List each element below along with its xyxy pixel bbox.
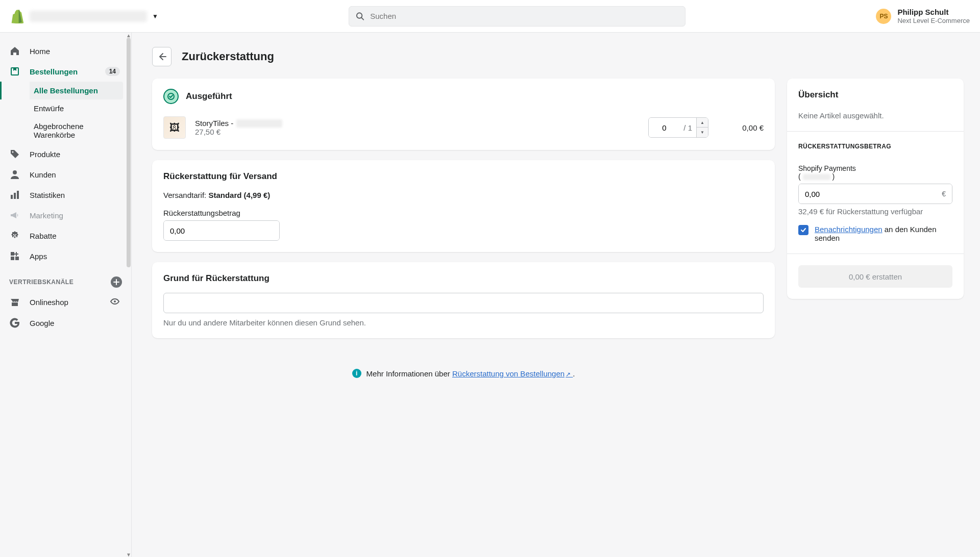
nav-home[interactable]: Home (0, 41, 131, 61)
discount-icon (9, 230, 20, 241)
refund-quantity-input[interactable] (649, 118, 679, 137)
megaphone-icon (9, 210, 20, 221)
refund-quantity: / 1 ▲ ▼ (648, 117, 708, 138)
svg-point-3 (12, 151, 14, 153)
currency-suffix: € (273, 221, 280, 240)
nav-analytics[interactable]: Statistiken (0, 185, 131, 205)
global-search[interactable] (349, 6, 685, 27)
nav-label: Home (30, 47, 50, 56)
home-icon (9, 45, 20, 57)
refund-amount-input[interactable] (799, 184, 936, 204)
nav-products[interactable]: Produkte (0, 144, 131, 164)
product-unit-price: 27,50 € (195, 128, 639, 136)
refund-submit-button[interactable]: 0,00 € erstatten (798, 265, 952, 288)
fulfilled-status-label: Ausgeführt (186, 91, 232, 102)
svg-line-1 (362, 17, 364, 19)
store-switcher[interactable]: ▼ (10, 9, 158, 23)
learn-more-link[interactable]: Rückerstattung von Bestellungen↗ (452, 369, 573, 378)
page-title: Zurückerstattung (182, 50, 274, 63)
learn-more-row: i Mehr Informationen über Rückerstattung… (152, 348, 775, 388)
refund-reason-card: Grund für Rückerstattung Nur du und ande… (152, 262, 775, 338)
reason-section-title: Grund für Rückerstattung (163, 273, 764, 284)
svg-point-4 (13, 170, 17, 174)
gateway-detail-redacted (803, 174, 830, 180)
sidebar: ▲ Home Bestellungen 14 Alle Bestellungen… (0, 33, 132, 557)
nav-marketing[interactable]: Marketing (0, 205, 131, 225)
svg-rect-13 (11, 257, 14, 260)
payment-gateway: Shopify Payments ( ) (798, 164, 952, 181)
svg-rect-6 (14, 193, 16, 199)
nav-label: Produkte (30, 150, 60, 159)
apps-icon (9, 250, 20, 262)
fulfilled-status-icon (163, 89, 179, 104)
analytics-icon (9, 189, 20, 200)
refund-amount-field: € (798, 184, 952, 204)
svg-rect-11 (11, 252, 14, 256)
svg-point-14 (114, 300, 116, 302)
nav-apps[interactable]: Apps (0, 246, 131, 266)
nav-label: Apps (30, 252, 47, 261)
qty-decrement-button[interactable]: ▼ (697, 128, 708, 137)
external-link-icon: ↗ (566, 371, 571, 378)
refund-quantity-max: / 1 (679, 118, 696, 137)
shipping-amount-field: € (163, 220, 280, 241)
notify-customer-checkbox[interactable] (798, 225, 808, 235)
nav-label: Onlineshop (30, 298, 68, 307)
topbar: ▼ PS Philipp Schult Next Level E-Commerc… (0, 0, 980, 33)
channels-header: VERTRIEBSKANÄLE (0, 266, 131, 292)
svg-rect-7 (17, 191, 19, 199)
nav-label: Statistiken (30, 191, 65, 199)
svg-point-9 (15, 236, 16, 237)
scroll-up-icon[interactable]: ▲ (126, 33, 131, 38)
svg-rect-12 (15, 257, 19, 260)
user-company: Next Level E-Commerce (897, 17, 970, 25)
shipping-section-title: Rückerstattung für Versand (163, 171, 764, 182)
nav-label: Rabatte (30, 232, 57, 240)
subnav-all-orders[interactable]: Alle Bestellungen (30, 82, 123, 99)
eye-icon[interactable] (110, 296, 120, 308)
subnav-abandoned[interactable]: Abgebrochene Warenkörbe (30, 117, 123, 144)
orders-icon (9, 66, 20, 77)
back-button[interactable] (152, 47, 172, 66)
line-item-total: 0,00 € (718, 123, 764, 132)
nav-orders[interactable]: Bestellungen 14 (0, 61, 131, 82)
svg-point-8 (13, 234, 14, 235)
main-content: Zurückerstattung Ausgeführt 🖼 (132, 33, 980, 557)
shipping-amount-input[interactable] (164, 221, 273, 240)
subnav-drafts[interactable]: Entwürfe (30, 99, 123, 117)
nav-label: Google (30, 319, 54, 327)
refund-reason-input[interactable] (163, 293, 764, 313)
summary-empty-text: Keine Artikel ausgewählt. (798, 111, 952, 120)
notifications-link[interactable]: Benachrichtigungen (815, 225, 883, 234)
qty-increment-button[interactable]: ▲ (697, 118, 708, 128)
nav-label: Kunden (30, 170, 56, 179)
channel-google[interactable]: Google (0, 313, 131, 333)
shipping-amount-label: Rückerstattungsbetrag (163, 209, 764, 217)
product-name: StoryTiles - (195, 119, 639, 128)
add-channel-button[interactable] (111, 276, 122, 288)
nav-customers[interactable]: Kunden (0, 164, 131, 185)
summary-title: Übersicht (798, 90, 952, 100)
store-name-redacted (30, 11, 147, 22)
nav-discounts[interactable]: Rabatte (0, 225, 131, 246)
channel-onlinestore[interactable]: Onlineshop (0, 292, 131, 313)
product-thumbnail: 🖼 (163, 116, 186, 139)
avatar: PS (876, 9, 891, 24)
fulfilled-card: Ausgeführt 🖼 StoryTiles - 27,50 € (152, 79, 775, 150)
person-icon (9, 169, 20, 180)
svg-rect-5 (11, 195, 13, 199)
shipping-rate-info: Versandtarif: Standard (4,99 €) (163, 191, 764, 199)
user-menu[interactable]: PS Philipp Schult Next Level E-Commerce (876, 8, 970, 25)
shopify-logo-icon (10, 9, 24, 23)
shipping-refund-card: Rückerstattung für Versand Versandtarif:… (152, 160, 775, 252)
info-icon: i (352, 369, 361, 378)
search-input[interactable] (370, 12, 679, 20)
scroll-down-icon[interactable]: ▼ (126, 552, 131, 557)
tag-icon (9, 148, 20, 160)
nav-label: Bestellungen (30, 67, 78, 76)
refund-amount-label: RÜCKERSTATTUNGSBETRAG (798, 143, 952, 150)
line-item: 🖼 StoryTiles - 27,50 € / 1 (152, 111, 775, 150)
user-name: Philipp Schult (897, 8, 970, 17)
orders-badge: 14 (105, 67, 120, 76)
reason-helper-text: Nur du und andere Mitarbeiter können die… (163, 318, 764, 327)
